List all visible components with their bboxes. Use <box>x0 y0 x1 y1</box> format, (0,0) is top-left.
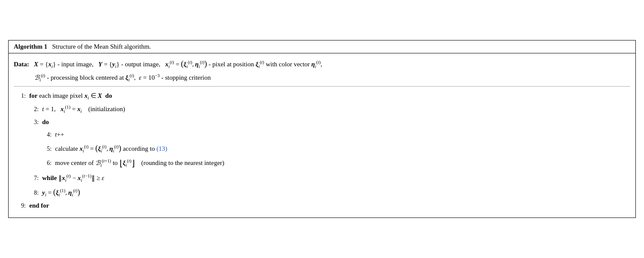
step-9-num: 9: <box>14 200 26 211</box>
algorithm-steps: 1: for each image pixel xi ∈ X do 2: t =… <box>14 90 630 212</box>
step-4-num: 4: <box>40 129 52 140</box>
step-8: 8: yi = (ξi(1), ηi(t)) <box>27 185 630 199</box>
data-section: Data: X = {xi} - input image, Y = {yi} -… <box>14 57 630 71</box>
step-3-num: 3: <box>27 117 39 128</box>
algorithm-box: Algorithm 1 Structure of the Mean Shift … <box>8 40 636 218</box>
data-line2: ℬi(t) - processing block centered at ξi(… <box>34 71 630 84</box>
step-2-content: t = 1, xi(1) = xi (initialization) <box>42 103 630 116</box>
step-7-num: 7: <box>27 173 39 184</box>
step-5-num: 5: <box>40 143 52 155</box>
step-3-content: do <box>42 116 630 128</box>
algorithm-header: Algorithm 1 Structure of the Mean Shift … <box>9 40 635 53</box>
step-2: 2: t = 1, xi(1) = xi (initialization) <box>27 103 630 116</box>
algorithm-title: Structure of the Mean Shift algorithm. <box>52 43 151 50</box>
step-6: 6: move center of ℬi(t+1) to ⌊ξi(t)⌋ (ro… <box>40 156 630 171</box>
algorithm-label: Algorithm 1 <box>14 43 47 50</box>
step-7: 7: while ‖xi(t) − xi(t−1)‖ ≥ ε <box>27 172 630 185</box>
algorithm-body: Data: X = {xi} - input image, Y = {yi} -… <box>9 53 635 218</box>
step-8-content: yi = (ξi(1), ηi(t)) <box>42 185 630 199</box>
step-9: 9: end for <box>14 200 630 212</box>
step-3: 3: do <box>27 116 630 128</box>
step-8-num: 8: <box>27 187 39 199</box>
step-6-content: move center of ℬi(t+1) to ⌊ξi(t)⌋ (round… <box>55 156 630 171</box>
step-4: 4: t++ <box>40 129 630 141</box>
step-9-content: end for <box>29 200 630 212</box>
divider <box>14 86 630 87</box>
step-7-content: while ‖xi(t) − xi(t−1)‖ ≥ ε <box>42 172 630 185</box>
step-4-content: t++ <box>55 129 630 141</box>
step-5: 5: calculate xi(t) = (ξi(t), ηi(t)) acco… <box>40 141 630 155</box>
step-1: 1: for each image pixel xi ∈ X do <box>14 90 630 103</box>
step-2-num: 2: <box>27 104 39 115</box>
data-variables: X = {xi} - input image, Y = {yi} - outpu… <box>34 61 322 68</box>
step-1-content: for each image pixel xi ∈ X do <box>29 90 630 103</box>
data-label: Data: <box>14 61 29 68</box>
step-5-content: calculate xi(t) = (ξi(t), ηi(t)) accordi… <box>55 141 630 155</box>
step-6-num: 6: <box>40 158 52 169</box>
step-1-num: 1: <box>14 90 26 102</box>
